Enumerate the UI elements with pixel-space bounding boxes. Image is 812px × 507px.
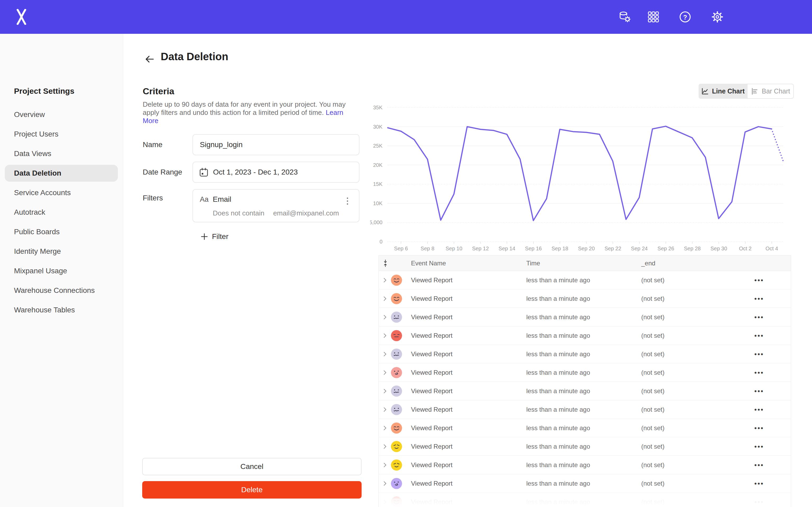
table-row[interactable]: Viewed Reportless than a minute ago(not … — [379, 289, 791, 308]
filter-kebab-menu-icon[interactable] — [342, 193, 353, 207]
sidebar-item-mixpanel-usage[interactable]: Mixpanel Usage — [5, 263, 118, 279]
events-table-body: Viewed Reportless than a minute ago(not … — [379, 271, 791, 507]
sidebar-item-overview[interactable]: Overview — [5, 106, 118, 123]
line-chart-icon — [701, 88, 709, 95]
table-row[interactable]: Viewed Reportless than a minute ago(not … — [379, 419, 791, 437]
filter-value[interactable]: email@mixpanel.com — [273, 209, 339, 217]
user-avatar — [391, 293, 402, 304]
expand-chevron-icon[interactable] — [383, 370, 388, 375]
expand-chevron-icon[interactable] — [383, 426, 388, 431]
end-cell: (not set) — [641, 382, 664, 400]
table-row[interactable]: Viewed Reportless than a minute ago(not … — [379, 326, 791, 345]
time-cell: less than a minute ago — [526, 345, 590, 363]
add-filter-label: Filter — [212, 232, 229, 241]
bar-chart-toggle-label: Bar Chart — [762, 88, 790, 95]
row-menu-ellipsis-icon[interactable]: ••• — [749, 400, 769, 419]
column-header-time[interactable]: Time — [526, 256, 540, 271]
row-menu-ellipsis-icon[interactable]: ••• — [749, 363, 769, 382]
table-row[interactable]: Viewed Reportless than a minute ago(not … — [379, 493, 791, 507]
sidebar-item-warehouse-connections[interactable]: Warehouse Connections — [5, 282, 118, 299]
bar-chart-toggle[interactable]: Bar Chart — [747, 84, 794, 99]
expand-chevron-icon[interactable] — [383, 278, 388, 283]
time-cell: less than a minute ago — [526, 456, 590, 474]
expand-chevron-icon[interactable] — [383, 351, 388, 357]
back-button[interactable] — [144, 53, 155, 65]
sidebar-item-public-boards[interactable]: Public Boards — [5, 223, 118, 240]
expand-chevron-icon[interactable] — [383, 499, 388, 505]
sidebar-item-service-accounts[interactable]: Service Accounts — [5, 184, 118, 201]
sidebar-item-autotrack[interactable]: Autotrack — [5, 204, 118, 221]
expand-chevron-icon[interactable] — [383, 296, 388, 301]
row-menu-ellipsis-icon[interactable]: ••• — [749, 308, 769, 326]
events-table: Event NameTime_end Viewed Reportless tha… — [378, 256, 791, 507]
data-pipelines-icon[interactable] — [618, 11, 631, 23]
table-row[interactable]: Viewed Reportless than a minute ago(not … — [379, 456, 791, 474]
event-name-cell: Viewed Report — [411, 400, 453, 419]
apps-grid-icon[interactable] — [647, 11, 660, 23]
line-chart-toggle-label: Line Chart — [712, 88, 745, 95]
row-menu-ellipsis-icon[interactable]: ••• — [749, 289, 769, 308]
table-row[interactable]: Viewed Reportless than a minute ago(not … — [379, 474, 791, 493]
table-row[interactable]: Viewed Reportless than a minute ago(not … — [379, 308, 791, 326]
expand-chevron-icon[interactable] — [383, 333, 388, 338]
filter-condition[interactable]: Does not contain email@mixpanel.com — [213, 209, 339, 217]
name-field-box — [192, 134, 359, 155]
name-input[interactable] — [193, 135, 359, 155]
filter-card[interactable]: Aa Email Does not contain email@mixpanel… — [192, 189, 359, 222]
svg-text:Sep 28: Sep 28 — [684, 245, 701, 251]
event-name-cell: Viewed Report — [411, 437, 453, 456]
event-name-cell: Viewed Report — [411, 493, 453, 507]
row-menu-ellipsis-icon[interactable]: ••• — [749, 456, 769, 474]
table-row[interactable]: Viewed Reportless than a minute ago(not … — [379, 363, 791, 382]
table-row[interactable]: Viewed Reportless than a minute ago(not … — [379, 437, 791, 456]
line-chart-toggle[interactable]: Line Chart — [699, 84, 747, 99]
sidebar-item-project-users[interactable]: Project Users — [5, 126, 118, 143]
end-cell: (not set) — [641, 437, 664, 456]
page-title: Data Deletion — [161, 51, 229, 63]
delete-button[interactable]: Delete — [142, 481, 362, 499]
sidebar-item-data-deletion[interactable]: Data Deletion — [5, 165, 118, 182]
row-menu-ellipsis-icon[interactable]: ••• — [749, 326, 769, 345]
table-row[interactable]: Viewed Reportless than a minute ago(not … — [379, 345, 791, 363]
expand-chevron-icon[interactable] — [383, 462, 388, 468]
svg-text:10K: 10K — [373, 201, 383, 206]
row-menu-ellipsis-icon[interactable]: ••• — [749, 493, 769, 507]
mixpanel-logo[interactable] — [15, 9, 28, 25]
time-cell: less than a minute ago — [526, 474, 590, 493]
expand-chevron-icon[interactable] — [383, 407, 388, 412]
column-header-end[interactable]: _end — [641, 256, 655, 271]
time-cell: less than a minute ago — [526, 382, 590, 400]
sidebar-item-identity-merge[interactable]: Identity Merge — [5, 243, 118, 260]
table-row[interactable]: Viewed Reportless than a minute ago(not … — [379, 271, 791, 289]
cancel-button[interactable]: Cancel — [142, 458, 362, 475]
row-menu-ellipsis-icon[interactable]: ••• — [749, 437, 769, 456]
add-filter-button[interactable]: Filter — [200, 230, 229, 243]
expand-chevron-icon[interactable] — [383, 315, 388, 320]
filters-label: Filters — [143, 194, 163, 202]
sidebar-item-data-views[interactable]: Data Views — [5, 145, 118, 162]
row-menu-ellipsis-icon[interactable]: ••• — [749, 271, 769, 289]
filter-property-name[interactable]: Email — [213, 195, 231, 204]
expand-chevron-icon[interactable] — [383, 481, 388, 486]
row-menu-ellipsis-icon[interactable]: ••• — [749, 419, 769, 437]
end-cell: (not set) — [641, 400, 664, 419]
table-row[interactable]: Viewed Reportless than a minute ago(not … — [379, 400, 791, 419]
svg-text:Sep 10: Sep 10 — [446, 245, 462, 251]
help-icon[interactable]: ? — [679, 11, 692, 23]
collapse-sort-icon[interactable] — [383, 260, 388, 267]
settings-gear-icon[interactable] — [711, 11, 724, 23]
time-cell: less than a minute ago — [526, 271, 590, 289]
row-menu-ellipsis-icon[interactable]: ••• — [749, 474, 769, 493]
expand-chevron-icon[interactable] — [383, 388, 388, 394]
table-row[interactable]: Viewed Reportless than a minute ago(not … — [379, 382, 791, 400]
time-cell: less than a minute ago — [526, 308, 590, 326]
expand-chevron-icon[interactable] — [383, 444, 388, 449]
project-settings-sidebar: Project Settings OverviewProject UsersDa… — [0, 34, 123, 507]
sidebar-item-warehouse-tables[interactable]: Warehouse Tables — [5, 301, 118, 319]
row-menu-ellipsis-icon[interactable]: ••• — [749, 382, 769, 400]
column-header-event-name[interactable]: Event Name — [411, 256, 446, 271]
row-menu-ellipsis-icon[interactable]: ••• — [749, 345, 769, 363]
date-range-picker[interactable]: Oct 1, 2023 - Dec 1, 2023 — [192, 162, 359, 183]
event-name-cell: Viewed Report — [411, 419, 453, 437]
filter-operator[interactable]: Does not contain — [213, 209, 264, 217]
